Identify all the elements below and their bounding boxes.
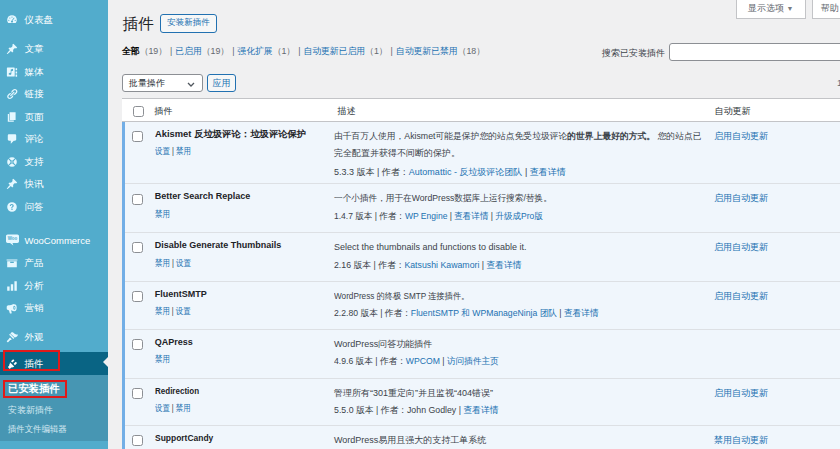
svg-text:Woo: Woo [8,236,18,241]
